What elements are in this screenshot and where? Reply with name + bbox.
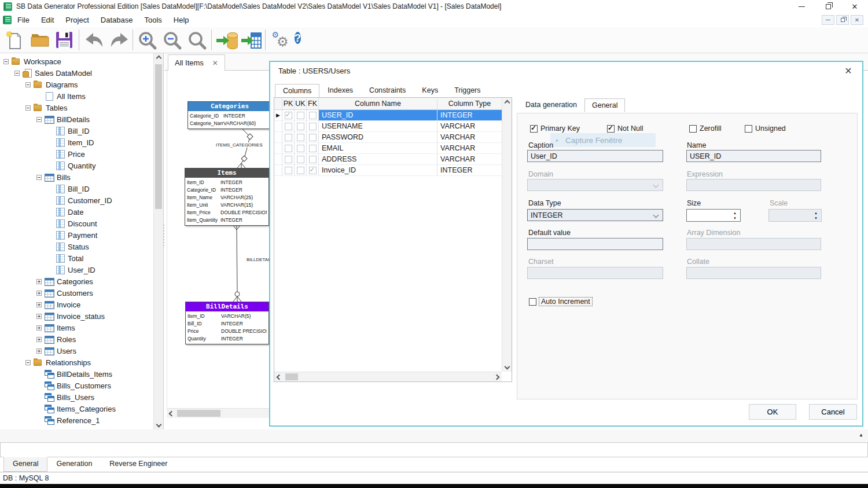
menu-edit[interactable]: Edit — [35, 14, 60, 26]
checkbox-box[interactable] — [529, 298, 536, 306]
bottom-tab-general[interactable]: General — [3, 457, 47, 472]
size-spinner[interactable]: ▲▼ — [686, 209, 741, 222]
zoom-out-button[interactable] — [160, 28, 185, 52]
grid-row-email[interactable]: EMAILVARCHAR — [274, 143, 502, 154]
diagram-table-categories[interactable]: CategoriesCategorie_IDINTEGERCategorie_N… — [187, 101, 272, 129]
fk-checkbox[interactable] — [309, 156, 317, 163]
grid-row-username[interactable]: USERNAMEVARCHAR — [274, 121, 502, 132]
pk-checkbox[interactable] — [285, 145, 292, 152]
fk-checkbox[interactable] — [309, 167, 317, 174]
checkbox-box[interactable] — [689, 125, 697, 133]
tree-item-user-id[interactable]: User_ID — [0, 264, 153, 276]
cell-column-type[interactable]: VARCHAR — [437, 121, 502, 131]
scroll-left-icon[interactable] — [167, 409, 176, 419]
tree-item-items-categories[interactable]: Items_Categories — [0, 403, 153, 414]
tree-item-items[interactable]: Items — [0, 322, 153, 333]
bottom-tab-reverse-engineer[interactable]: Reverse Engineer — [101, 457, 176, 472]
uk-checkbox[interactable] — [297, 134, 304, 141]
save-button[interactable] — [52, 28, 77, 52]
menu-tools[interactable]: Tools — [138, 14, 167, 26]
open-folder-button[interactable] — [27, 28, 52, 52]
tree-item-billdetails-items[interactable]: BillDetails_Items — [0, 368, 153, 380]
tree-item-payment[interactable]: Payment — [0, 229, 153, 241]
grid-header-column-name[interactable]: Column Name — [319, 98, 437, 109]
cell-column-type[interactable]: VARCHAR — [437, 143, 502, 153]
zoom-button[interactable] — [185, 28, 209, 52]
cell-column-name[interactable]: ADDRESS — [319, 154, 437, 164]
grid-header-column-type[interactable]: Column Type — [437, 98, 502, 109]
scroll-up-icon[interactable] — [154, 53, 164, 63]
export-table-button[interactable] — [238, 28, 263, 52]
cell-column-name[interactable]: Invoice_ID — [319, 165, 437, 175]
scroll-down-icon[interactable] — [154, 420, 164, 430]
dialog-close-button[interactable]: ✕ — [841, 65, 855, 76]
tree-item-sales-datamodel[interactable]: Sales DataModel — [0, 67, 153, 79]
export-database-button[interactable] — [214, 28, 238, 52]
checkbox-primary-key[interactable]: Primary Key — [530, 124, 580, 133]
tree-expander-plus-icon[interactable] — [36, 337, 42, 342]
grid-header-fk[interactable]: FK — [307, 98, 319, 109]
tree-scrollbar[interactable] — [153, 53, 163, 430]
tree-item-tables[interactable]: Tables — [0, 102, 153, 113]
grid-vertical-scrollbar[interactable] — [502, 98, 512, 372]
tree-item-diagrams[interactable]: Diagrams — [0, 79, 153, 90]
tree-expander-plus-icon[interactable] — [36, 325, 42, 331]
tree-expander-plus-icon[interactable] — [36, 279, 42, 284]
tree-item-bills-customers[interactable]: Bills_Customers — [0, 380, 153, 391]
spinner-arrows-icon[interactable]: ▲▼ — [731, 210, 739, 221]
scroll-left-icon[interactable] — [274, 372, 284, 382]
pk-checkbox[interactable] — [285, 167, 292, 174]
grid-row-address[interactable]: ADDRESSVARCHAR — [274, 154, 502, 165]
cell-column-name[interactable]: USERNAME — [319, 121, 437, 131]
settings-button[interactable]: ⚙⚙ — [267, 28, 292, 52]
dialog-tab-constraints[interactable]: Constraints — [361, 83, 414, 97]
bottom-tab-generation[interactable]: Generation — [47, 457, 101, 472]
checkbox-box[interactable] — [607, 125, 615, 133]
tree-item-invoice[interactable]: Invoice — [0, 299, 153, 310]
scroll-down-icon[interactable] — [502, 362, 512, 372]
tree-expander-minus-icon[interactable] — [36, 117, 42, 122]
zoom-in-button[interactable] — [135, 28, 160, 52]
minimize-button[interactable] — [788, 0, 815, 13]
grid-horizontal-scrollbar[interactable] — [274, 372, 502, 381]
fk-checkbox[interactable] — [309, 134, 317, 141]
tree-item-users[interactable]: Users — [0, 345, 153, 357]
tree-item-workspace[interactable]: Workspace — [0, 56, 153, 67]
ok-button[interactable]: OK — [749, 404, 796, 420]
tree-item-relationships[interactable]: Relationships — [0, 357, 153, 368]
tree-item-roles[interactable]: Roles — [0, 333, 153, 345]
redo-button[interactable] — [106, 28, 131, 52]
close-button[interactable]: ✕ — [841, 0, 868, 13]
tree-expander-plus-icon[interactable] — [36, 291, 42, 296]
diagram-table-items[interactable]: ItemsItem_IDINTEGERCategorie_IDINTEGERIt… — [185, 168, 269, 226]
scroll-up-icon[interactable] — [502, 98, 512, 108]
grid-header-pk[interactable]: PK — [282, 98, 295, 109]
dialog-tab-triggers[interactable]: Triggers — [446, 83, 488, 97]
diagram-table-billdetails[interactable]: BillDetailsItem_IDVARCHAR(5)Bill_IDINTEG… — [185, 302, 269, 344]
menu-project[interactable]: Project — [60, 14, 94, 26]
uk-checkbox[interactable] — [297, 112, 304, 119]
tree-item-reference-1[interactable]: Reference_1 — [0, 414, 153, 426]
tree-expander-minus-icon[interactable] — [3, 59, 9, 64]
menu-file[interactable]: File — [12, 14, 35, 26]
grid-header-uk[interactable]: UK — [295, 98, 307, 109]
tree-expander-minus-icon[interactable] — [25, 82, 31, 87]
grid-row-invoice-id[interactable]: Invoice_IDINTEGER — [274, 165, 502, 176]
tree-item-bill-id[interactable]: Bill_ID — [0, 183, 153, 195]
uk-checkbox[interactable] — [297, 156, 304, 163]
tree-expander-plus-icon[interactable] — [36, 348, 42, 354]
expand-up-icon[interactable]: ▲ — [859, 432, 863, 438]
fk-checkbox[interactable] — [309, 123, 317, 130]
pk-checkbox[interactable] — [285, 123, 292, 130]
tree-expander-minus-icon[interactable] — [36, 175, 42, 180]
tree-item-bills[interactable]: Bills — [0, 171, 153, 183]
uk-checkbox[interactable] — [297, 145, 304, 152]
help-button[interactable]: ? — [292, 28, 317, 52]
checkbox-unsigned[interactable]: Unsigned — [745, 124, 786, 133]
name-field[interactable] — [686, 150, 821, 162]
auto-increment-checkbox[interactable]: Auto Increment — [529, 297, 593, 306]
mdi-minimize-button[interactable] — [822, 15, 834, 25]
cancel-button[interactable]: Cancel — [809, 404, 857, 420]
tree-item-all-items[interactable]: All Items — [0, 90, 153, 102]
tab-data-generation[interactable]: Data generation — [518, 98, 584, 112]
